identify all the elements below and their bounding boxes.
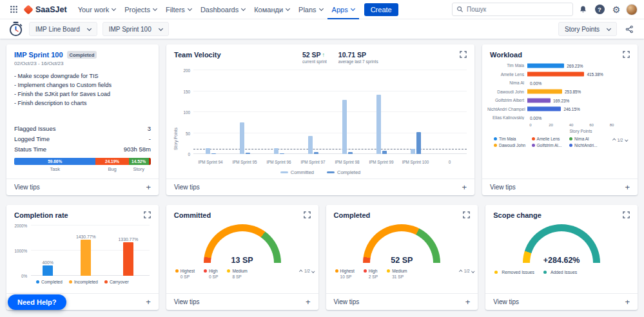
expand-icon[interactable] (623, 211, 630, 218)
legend-pagination[interactable]: 1/2 (613, 138, 627, 142)
nav-item-your-work[interactable]: Your work (73, 0, 121, 19)
pagination-value: 1/2 (304, 269, 310, 273)
workload-bar[interactable] (527, 90, 562, 94)
chevron-up-icon[interactable] (612, 139, 616, 142)
board-select[interactable]: IMP Line Board (29, 22, 97, 36)
legend-pagination[interactable]: 1/2 (300, 269, 314, 273)
expand-icon[interactable] (144, 211, 151, 218)
legend-item-completed[interactable]: Completed (36, 280, 63, 284)
legend-item-amelie-lens[interactable]: Amelie Lens (532, 137, 570, 141)
notifications-bell-icon[interactable] (576, 3, 590, 17)
distribution-segment: 14.52% (129, 158, 149, 165)
view-tips-link[interactable]: View tips (14, 184, 40, 191)
legend-item-highest[interactable]: Highest0 SP (175, 269, 195, 279)
nav-item-filters[interactable]: Filters (161, 0, 196, 19)
velocity-bar[interactable] (376, 95, 381, 154)
legend-item-medium[interactable]: Medium8 SP (227, 269, 247, 279)
completion-bar[interactable] (43, 265, 53, 276)
x-tick-label: 60 (589, 123, 594, 127)
legend-pagination[interactable]: 1/2 (460, 269, 474, 273)
legend-item-nichtandri-[interactable]: NichtAndri... (569, 143, 607, 148)
velocity-bar[interactable] (382, 151, 387, 154)
workload-bar[interactable] (527, 107, 561, 111)
velocity-bar[interactable] (274, 148, 278, 154)
chevron-down-icon[interactable] (471, 269, 474, 273)
chevron-up-icon[interactable] (459, 270, 462, 273)
search-input[interactable] (467, 6, 569, 13)
chevron-down-icon (319, 6, 324, 11)
legend-item-removed-issues[interactable]: Removed Issues (494, 270, 534, 274)
chevron-down-icon[interactable] (311, 269, 315, 273)
chevron-down-icon[interactable] (625, 139, 628, 142)
expand-icon[interactable] (304, 211, 311, 218)
view-tips-link[interactable]: View tips (334, 298, 360, 305)
sprint-goal: - Implement changes to Custom fields (14, 81, 151, 90)
nav-item-apps[interactable]: Apps (327, 0, 359, 19)
legend-item-high[interactable]: High2 SP (364, 269, 378, 279)
velocity-bar[interactable] (348, 152, 353, 154)
share-icon[interactable] (622, 22, 636, 36)
legend-item-medium[interactable]: Medium31 SP (387, 269, 407, 279)
velocity-bar[interactable] (246, 153, 250, 154)
completion-bar[interactable] (123, 242, 133, 276)
workload-bar[interactable] (527, 98, 551, 102)
legend-item-carryover[interactable]: Carryover (104, 280, 129, 284)
legend-swatch (327, 171, 335, 173)
velocity-bar[interactable] (240, 122, 244, 154)
saasjet-logo[interactable]: SaaSJet (24, 5, 67, 14)
legend-item-golfstrim-al-[interactable]: Golfstrim Al... (532, 143, 570, 148)
legend-item-high[interactable]: High0 SP (204, 269, 218, 279)
view-tips-link[interactable]: View tips (493, 298, 519, 305)
velocity-bar[interactable] (314, 152, 318, 154)
chevron-up-icon[interactable] (300, 270, 303, 273)
view-tips-link[interactable]: View tips (174, 184, 200, 191)
workload-pct-label: 269.23% (567, 63, 583, 68)
expand-icon[interactable] (623, 51, 630, 58)
gauge-value: 13 SP (200, 256, 284, 264)
completion-bar[interactable] (81, 240, 91, 276)
velocity-bar[interactable] (342, 100, 347, 155)
view-tips-link[interactable]: View tips (174, 298, 200, 305)
expand-tips-icon[interactable]: + (465, 298, 471, 306)
velocity-bar[interactable] (411, 149, 415, 154)
velocity-bar[interactable] (206, 148, 210, 154)
velocity-bar[interactable] (308, 136, 313, 154)
legend-item-dawoudi-john[interactable]: Dawoudi John (494, 143, 532, 148)
workload-bar[interactable] (527, 63, 564, 68)
velocity-bar[interactable] (211, 153, 216, 154)
nav-item-projects[interactable]: Projects (120, 0, 161, 19)
legend-item-incompleted[interactable]: Incompleted (69, 280, 98, 284)
workload-bar[interactable] (527, 72, 584, 77)
legend-item-added-issues[interactable]: Added Issues (543, 270, 577, 274)
expand-tips-icon[interactable]: + (146, 183, 151, 191)
chevron-down-icon (159, 26, 163, 30)
legend-item-nima-al[interactable]: Nima Al (569, 137, 607, 141)
nav-item-команди[interactable]: Команди (249, 0, 294, 19)
expand-icon[interactable] (463, 211, 470, 218)
nav-item-plans[interactable]: Plans (294, 0, 327, 19)
expand-tips-icon[interactable]: + (306, 298, 311, 306)
metric-select[interactable]: Story Points (558, 22, 617, 36)
legend-item[interactable]: Completed (327, 169, 360, 175)
create-button[interactable]: Create (364, 3, 398, 16)
view-tips-link[interactable]: View tips (490, 184, 516, 191)
settings-gear-icon[interactable]: ⚙ (609, 3, 623, 17)
help-icon[interactable]: ? (592, 3, 607, 17)
legend-item-tim-maia[interactable]: Tim Maia (494, 137, 532, 141)
need-help-button[interactable]: Need Help? (8, 294, 66, 310)
legend-item[interactable]: Committed (280, 169, 314, 175)
velocity-bar[interactable] (416, 132, 421, 154)
legend-item-highest[interactable]: Highest10 SP (335, 269, 355, 279)
search-box[interactable] (452, 3, 573, 16)
expand-tips-icon[interactable]: + (146, 298, 151, 306)
nav-item-dashboards[interactable]: Dashboards (196, 0, 249, 19)
sprint-title-link[interactable]: IMP Sprint 100 (14, 51, 63, 59)
expand-icon[interactable] (460, 51, 467, 58)
expand-tips-icon[interactable]: + (625, 183, 630, 191)
expand-tips-icon[interactable]: + (462, 183, 467, 191)
expand-tips-icon[interactable]: + (625, 298, 630, 306)
user-avatar[interactable] (626, 4, 638, 15)
app-switcher-icon[interactable] (6, 3, 21, 17)
sprint-select[interactable]: IMP Sprint 100 (102, 22, 169, 36)
velocity-bar[interactable] (280, 153, 284, 154)
